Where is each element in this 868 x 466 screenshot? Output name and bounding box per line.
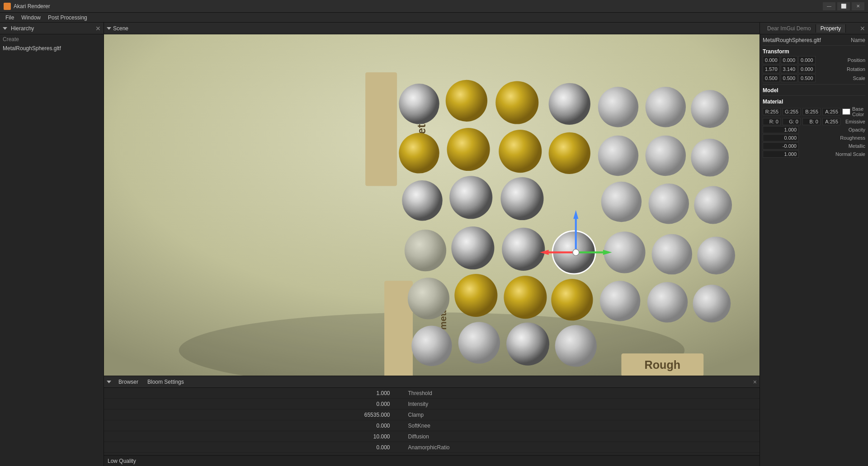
normal-scale-label: Normal Scale [835,151,865,157]
svg-point-31 [502,228,545,271]
svg-point-38 [551,279,593,320]
normal-scale-value[interactable]: 1.000 [763,151,799,158]
rotation-y[interactable]: 3.140 [781,65,798,73]
svg-point-43 [458,322,500,363]
svg-point-16 [447,128,490,171]
hierarchy-panel: Hierarchy ✕ Create MetalRoughSpheres.glt… [0,23,104,466]
svg-rect-2 [365,72,397,186]
scale-x[interactable]: 0.500 [763,74,780,82]
opacity-row: 1.000 Opacity [763,126,865,133]
opacity-label: Opacity [849,127,865,132]
maximize-button[interactable]: ⬜ [837,2,850,10]
menu-post-processing[interactable]: Post Processing [44,14,91,22]
property-close-button[interactable]: ✕ [860,25,865,32]
svg-point-27 [649,184,689,224]
scale-y[interactable]: 0.500 [781,74,798,82]
base-color-swatch[interactable] [842,108,850,115]
tab-property[interactable]: Property [816,24,846,33]
bloom-anamorphic-label: AnamorphicRatio [399,444,760,451]
svg-point-35 [408,278,449,319]
svg-point-18 [549,132,590,174]
roughness-value[interactable]: 0.000 [763,134,799,141]
property-tabs: Dear ImGui Demo Property [763,24,846,33]
tab-bloom-settings[interactable]: Bloom Settings [144,378,188,386]
hierarchy-create-section: Create [0,34,104,44]
emissive-g: G: 0 [783,118,801,125]
roughness-label: Roughness [840,135,865,141]
title-bar: Akari Renderer — ⬜ ✕ [0,0,868,13]
bloom-diffusion-label: Diffusion [399,433,760,440]
opacity-value[interactable]: 1.000 [763,126,799,133]
filename-row: MetalRoughSpheres.gltf Name [763,37,865,43]
scale-label: Scale [851,75,865,81]
svg-point-26 [601,182,642,222]
svg-point-20 [646,136,686,176]
bottom-close-button[interactable]: × [753,378,757,386]
emissive-label: Emissive [845,119,865,124]
menu-window[interactable]: Window [18,14,44,22]
svg-text:Rough: Rough [645,358,681,371]
viewport[interactable]: Metal Non-metal Rough [104,34,760,376]
tab-dear-imgui[interactable]: Dear ImGui Demo [763,24,816,33]
position-y[interactable]: 0.000 [781,56,798,64]
base-color-b: B:255 [802,108,821,115]
bloom-row-intensity: 0.000 Intensity [104,399,760,410]
svg-point-28 [694,186,732,224]
svg-point-41 [693,285,731,323]
roughness-row: 0.000 Roughness [763,134,865,141]
bloom-row-threshold: 1.000 Threshold [104,388,760,399]
bloom-clamp-label: Clamp [399,412,760,418]
svg-point-12 [598,87,638,127]
position-z[interactable]: 0.000 [798,56,816,64]
emissive-a: A:255 [822,118,840,125]
scene-chevron-icon [107,27,111,30]
svg-point-19 [598,136,638,176]
rotation-x[interactable]: 1.570 [763,65,780,73]
position-label: Position [846,57,865,63]
model-section-label: Model [763,87,865,94]
svg-point-24 [500,177,543,220]
hierarchy-close-button[interactable]: ✕ [95,25,101,32]
svg-point-37 [504,276,547,319]
metallic-value[interactable]: -0.000 [763,142,799,150]
bottom-content[interactable]: 1.000 Threshold 0.000 Intensity 65535.00… [104,388,760,455]
app-icon [4,3,11,10]
bottom-panel: Browser Bloom Settings × 1.000 Threshold… [104,376,760,466]
scene-panel: Scene [104,23,760,376]
base-color-row: R:255 G:255 B:255 A:255 Base Color [763,106,865,117]
svg-point-8 [399,84,439,124]
bloom-row-anamorphic: 0.000 AnamorphicRatio [104,442,760,453]
tab-browser[interactable]: Browser [115,378,142,386]
svg-point-39 [600,281,640,321]
rotation-z[interactable]: 0.000 [798,65,816,73]
bloom-clamp-value: 65535.000 [104,412,399,418]
bloom-threshold-label: Threshold [399,390,760,396]
svg-point-40 [647,282,688,322]
scene-title: Scene [113,25,128,32]
center-area: Scene [104,23,760,466]
scene-header: Scene [104,23,760,34]
close-button[interactable]: ✕ [852,2,864,10]
svg-point-52 [573,249,579,255]
menu-file[interactable]: File [2,14,18,22]
property-content[interactable]: MetalRoughSpheres.gltf Name Transform 0.… [760,34,868,466]
bottom-header: Browser Bloom Settings × [104,376,760,388]
svg-point-29 [405,230,446,271]
window-controls: — ⬜ ✕ [823,2,864,10]
bloom-threshold-value: 1.000 [104,390,399,396]
menu-bar: File Window Post Processing [0,13,868,23]
scale-z[interactable]: 0.500 [798,74,816,82]
divider-2 [763,84,865,85]
bloom-row-clamp: 65535.000 Clamp [104,410,760,420]
hierarchy-item-0[interactable]: MetalRoughSpheres.gltf [0,44,104,52]
svg-point-34 [697,236,735,274]
minimize-button[interactable]: — [823,2,835,10]
filename-label: Name [851,37,865,43]
svg-point-17 [499,130,542,173]
divider-3 [763,95,865,96]
material-section-label: Material [763,99,865,105]
bottom-chevron-icon [107,381,111,383]
property-header: Dear ImGui Demo Property ✕ [760,23,868,34]
bloom-anamorphic-value: 0.000 [104,444,399,451]
position-x[interactable]: 0.000 [763,56,780,64]
